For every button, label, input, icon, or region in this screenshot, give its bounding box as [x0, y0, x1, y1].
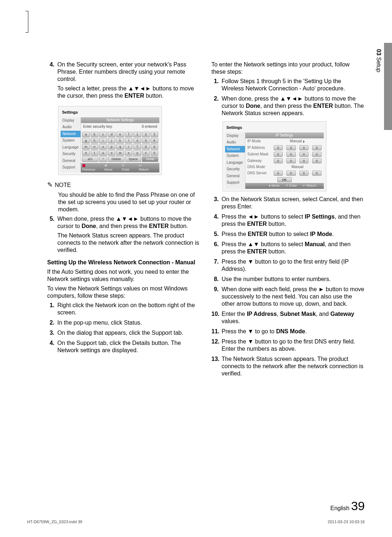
- list-number: 1.: [47, 302, 57, 316]
- key-symbol[interactable]: *: [99, 156, 107, 162]
- page-number: 39: [351, 499, 365, 513]
- note-label: NOTE: [55, 182, 71, 189]
- key[interactable]: p: [108, 144, 116, 150]
- list-number: 7.: [212, 258, 222, 273]
- body-text: Press the ◄► buttons to select IP Settin…: [222, 213, 365, 228]
- ok-button[interactable]: OK: [277, 177, 292, 182]
- key[interactable]: s: [82, 150, 90, 156]
- key[interactable]: q: [116, 144, 124, 150]
- key-shift[interactable]: a/A: [82, 156, 98, 162]
- key[interactable]: a: [82, 132, 90, 137]
- sidebar-item: Security: [61, 151, 81, 158]
- list-number: 6.: [212, 241, 222, 255]
- dns-server-field[interactable]: 0.0.0.0: [274, 171, 322, 176]
- sidebar-item: Display: [225, 133, 245, 139]
- key[interactable]: 4: [133, 138, 141, 143]
- key[interactable]: t: [91, 150, 99, 156]
- body-text: Enter the IP Address, Subnet Mask, and G…: [222, 310, 365, 325]
- list-number: 2.: [47, 319, 57, 326]
- key[interactable]: 9: [151, 144, 159, 150]
- key[interactable]: 0: [151, 150, 159, 156]
- list-number: 3.: [47, 329, 57, 337]
- left-column: 4. On the Security screen, enter your ne…: [47, 61, 201, 380]
- key[interactable]: e: [116, 132, 124, 137]
- ip-address-label: IP Address: [248, 146, 274, 150]
- right-column: To enter the Network settings into your …: [212, 61, 365, 380]
- key[interactable]: 6: [151, 138, 159, 143]
- sidebar-item: Language: [225, 159, 245, 166]
- key[interactable]: b: [91, 132, 99, 137]
- key[interactable]: i: [99, 138, 107, 143]
- key[interactable]: d: [108, 132, 116, 137]
- list-number: 8.: [212, 276, 222, 283]
- ui-footer-hints: Previous ✥ Move ⏎ Enter ↩ Return: [81, 163, 159, 173]
- key[interactable]: 3: [151, 132, 159, 137]
- key-space[interactable]: Space: [125, 156, 142, 162]
- gateway-label: Gateway: [248, 159, 274, 163]
- body-text: Right click the Network icon on the bott…: [57, 302, 201, 316]
- body-text: Press the ENTER button to select IP Mode…: [222, 231, 365, 238]
- footer-language: English: [330, 505, 349, 511]
- key[interactable]: h: [91, 138, 99, 143]
- list-number: 10.: [212, 310, 222, 325]
- page-footer: English 39: [330, 499, 365, 513]
- subnet-field[interactable]: 0.0.0.0: [274, 152, 322, 157]
- key[interactable]: l: [125, 138, 133, 143]
- ui-title: Settings: [62, 110, 159, 115]
- key[interactable]: 5: [142, 138, 150, 143]
- key[interactable]: o: [99, 144, 107, 150]
- key[interactable]: 7: [133, 144, 141, 150]
- ui-prompt: Enter security key.: [83, 125, 113, 129]
- gateway-field[interactable]: 0.0.0.0: [274, 158, 322, 163]
- key[interactable]: c: [99, 132, 107, 137]
- body-text: Press the ▼ button to go to the first en…: [222, 258, 365, 273]
- ui-sidebar: Display Audio Network System Language Se…: [61, 117, 81, 173]
- ui-title: Settings: [226, 125, 324, 130]
- key[interactable]: g: [82, 138, 90, 143]
- key[interactable]: 2: [142, 132, 150, 137]
- key[interactable]: j: [108, 138, 116, 143]
- key[interactable]: n: [91, 144, 99, 150]
- chapter-number: 03: [376, 49, 382, 56]
- body-text: If the Auto Setting does not work, you n…: [47, 268, 201, 283]
- sidebar-item: System: [61, 137, 81, 144]
- key-done[interactable]: Done: [142, 156, 158, 162]
- ip-address-field[interactable]: 0.0.0.0: [274, 145, 322, 150]
- body-text: Press the ▼ to go to DNS Mode.: [222, 328, 365, 335]
- ip-mode-label: IP Mode: [248, 139, 274, 144]
- dns-mode-value[interactable]: Manual: [274, 165, 322, 170]
- crop-mark: [23, 11, 28, 33]
- key[interactable]: u: [99, 150, 107, 156]
- body-text: Use the number buttons to enter numbers.: [222, 276, 365, 283]
- ip-mode-value[interactable]: Manual: [274, 139, 322, 144]
- body-text: Press the ▼ button to go to the first DN…: [222, 338, 365, 353]
- key[interactable]: r: [125, 144, 133, 150]
- key[interactable]: f: [125, 132, 133, 137]
- body-text: In the pop-up menu, click Status.: [57, 319, 201, 326]
- caret-right-icon: [303, 140, 305, 143]
- key[interactable]: 8: [142, 144, 150, 150]
- body-text: On the dialog that appears, click the Su…: [57, 329, 201, 337]
- key-delete[interactable]: Delete: [108, 156, 124, 162]
- body-text: On the Security screen, enter your netwo…: [57, 61, 201, 83]
- list-number: 3.: [212, 196, 222, 210]
- ui-panel-title: Network Settings: [81, 117, 159, 123]
- body-text: Press the ▲▼ buttons to select Manual, a…: [222, 241, 365, 255]
- sidebar-item: General: [225, 173, 245, 180]
- note-body: You should be able to find the Pass Phra…: [47, 191, 201, 213]
- sidebar-item: Support: [225, 179, 245, 186]
- key[interactable]: 1: [133, 132, 141, 137]
- list-number: 12.: [212, 338, 222, 353]
- key[interactable]: x: [125, 150, 133, 156]
- key[interactable]: y: [133, 150, 141, 156]
- body-text: When done, press the ▲▼◄► buttons to mov…: [57, 215, 201, 230]
- ui-keyboard: abcdef123 ghijkl456 mnopqr789 stuvwxyz0: [81, 131, 159, 163]
- key[interactable]: z: [142, 150, 150, 156]
- key[interactable]: k: [116, 138, 124, 143]
- ui-entered-count: 0 entered: [142, 125, 157, 129]
- key[interactable]: v: [108, 150, 116, 156]
- key[interactable]: w: [116, 150, 124, 156]
- key[interactable]: m: [82, 144, 90, 150]
- sidebar-item-active: Network: [61, 131, 81, 138]
- list-number: 4.: [212, 213, 222, 228]
